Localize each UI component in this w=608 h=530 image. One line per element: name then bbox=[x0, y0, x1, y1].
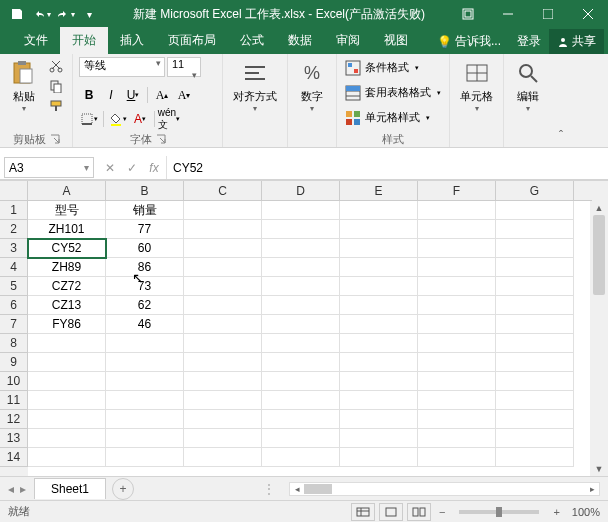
font-color-icon[interactable]: A▾ bbox=[130, 109, 150, 129]
cell[interactable] bbox=[496, 220, 574, 239]
cell[interactable] bbox=[496, 448, 574, 467]
tab-home[interactable]: 开始 bbox=[60, 27, 108, 54]
cell[interactable] bbox=[262, 315, 340, 334]
close-icon[interactable] bbox=[568, 0, 608, 28]
row-header[interactable]: 12 bbox=[0, 410, 28, 429]
fill-color-icon[interactable]: ▾ bbox=[108, 109, 128, 129]
cell[interactable] bbox=[184, 239, 262, 258]
cell[interactable] bbox=[496, 334, 574, 353]
underline-button[interactable]: U▾ bbox=[123, 85, 143, 105]
cell[interactable] bbox=[184, 220, 262, 239]
cell[interactable]: CZ72 bbox=[28, 277, 106, 296]
table-format-button[interactable]: 套用表格格式▾ bbox=[343, 82, 443, 103]
cell[interactable] bbox=[106, 372, 184, 391]
row-header[interactable]: 7 bbox=[0, 315, 28, 334]
cell[interactable] bbox=[262, 220, 340, 239]
zoom-slider[interactable] bbox=[459, 510, 539, 514]
horizontal-scrollbar[interactable]: ◂ ▸ bbox=[289, 482, 600, 496]
cell[interactable] bbox=[418, 220, 496, 239]
border-icon[interactable]: ▾ bbox=[79, 109, 99, 129]
row-header[interactable]: 2 bbox=[0, 220, 28, 239]
scroll-up-icon[interactable]: ▲ bbox=[590, 201, 608, 215]
column-header[interactable]: F bbox=[418, 181, 496, 201]
row-header[interactable]: 8 bbox=[0, 334, 28, 353]
cell[interactable] bbox=[496, 429, 574, 448]
cell[interactable] bbox=[106, 448, 184, 467]
row-header[interactable]: 6 bbox=[0, 296, 28, 315]
zoom-out-icon[interactable]: − bbox=[435, 506, 449, 518]
column-header[interactable]: A bbox=[28, 181, 106, 201]
row-header[interactable]: 11 bbox=[0, 391, 28, 410]
tell-me[interactable]: 💡告诉我... bbox=[429, 29, 509, 54]
cell[interactable] bbox=[496, 258, 574, 277]
cell[interactable] bbox=[28, 429, 106, 448]
scroll-left-icon[interactable]: ◂ bbox=[290, 483, 304, 495]
cell[interactable] bbox=[262, 239, 340, 258]
decrease-font-icon[interactable]: A▾ bbox=[174, 85, 194, 105]
column-header[interactable]: G bbox=[496, 181, 574, 201]
row-header[interactable]: 14 bbox=[0, 448, 28, 467]
cell[interactable] bbox=[418, 296, 496, 315]
cell[interactable] bbox=[28, 353, 106, 372]
cell[interactable] bbox=[262, 448, 340, 467]
redo-icon[interactable]: ▾ bbox=[54, 3, 76, 25]
vertical-scrollbar[interactable]: ▲ ▼ bbox=[590, 201, 608, 476]
row-header[interactable]: 5 bbox=[0, 277, 28, 296]
cell[interactable] bbox=[184, 201, 262, 220]
cell[interactable] bbox=[496, 239, 574, 258]
cell[interactable] bbox=[262, 258, 340, 277]
cell[interactable] bbox=[262, 277, 340, 296]
cell[interactable] bbox=[496, 296, 574, 315]
cell[interactable] bbox=[340, 201, 418, 220]
view-pagelayout-icon[interactable] bbox=[379, 503, 403, 521]
cell[interactable] bbox=[340, 315, 418, 334]
conditional-format-button[interactable]: 条件格式▾ bbox=[343, 57, 443, 78]
cell[interactable] bbox=[418, 334, 496, 353]
cell[interactable] bbox=[418, 372, 496, 391]
sheet-nav-prev-icon[interactable]: ◂ bbox=[8, 482, 14, 496]
cell[interactable] bbox=[496, 353, 574, 372]
help-icon[interactable] bbox=[448, 0, 488, 28]
tab-pagelayout[interactable]: 页面布局 bbox=[156, 27, 228, 54]
cell[interactable] bbox=[184, 391, 262, 410]
cell[interactable] bbox=[106, 334, 184, 353]
font-launcher-icon[interactable] bbox=[156, 134, 166, 144]
cell[interactable] bbox=[418, 448, 496, 467]
cell[interactable] bbox=[418, 410, 496, 429]
cell[interactable] bbox=[340, 429, 418, 448]
number-button[interactable]: % 数字 ▾ bbox=[294, 57, 330, 115]
cell[interactable] bbox=[106, 410, 184, 429]
scroll-down-icon[interactable]: ▼ bbox=[590, 462, 608, 476]
cell[interactable] bbox=[418, 258, 496, 277]
cell[interactable] bbox=[262, 296, 340, 315]
cells-button[interactable]: 单元格 ▾ bbox=[456, 57, 497, 115]
row-header[interactable]: 4 bbox=[0, 258, 28, 277]
increase-font-icon[interactable]: A▴ bbox=[152, 85, 172, 105]
cell[interactable] bbox=[106, 429, 184, 448]
cell[interactable]: FY86 bbox=[28, 315, 106, 334]
cell[interactable] bbox=[418, 315, 496, 334]
enter-icon[interactable]: ✓ bbox=[124, 161, 140, 175]
cell[interactable]: 销量 bbox=[106, 201, 184, 220]
share-button[interactable]: 共享 bbox=[549, 29, 604, 54]
cell[interactable] bbox=[340, 258, 418, 277]
cell[interactable] bbox=[184, 334, 262, 353]
cell[interactable] bbox=[28, 391, 106, 410]
collapse-ribbon-icon[interactable]: ˆ bbox=[552, 54, 570, 147]
cell[interactable] bbox=[262, 391, 340, 410]
cell[interactable] bbox=[262, 429, 340, 448]
undo-icon[interactable]: ▾ bbox=[30, 3, 52, 25]
cell[interactable] bbox=[340, 410, 418, 429]
column-header[interactable]: C bbox=[184, 181, 262, 201]
tab-review[interactable]: 审阅 bbox=[324, 27, 372, 54]
cell[interactable] bbox=[184, 448, 262, 467]
cell[interactable] bbox=[28, 410, 106, 429]
split-handle[interactable]: ⋮ bbox=[257, 482, 281, 496]
cell[interactable] bbox=[106, 353, 184, 372]
cell[interactable] bbox=[184, 315, 262, 334]
cell[interactable] bbox=[418, 391, 496, 410]
cell[interactable]: 46 bbox=[106, 315, 184, 334]
cell[interactable] bbox=[340, 239, 418, 258]
copy-icon[interactable] bbox=[46, 77, 66, 95]
font-name-select[interactable]: 等线 bbox=[79, 57, 165, 77]
